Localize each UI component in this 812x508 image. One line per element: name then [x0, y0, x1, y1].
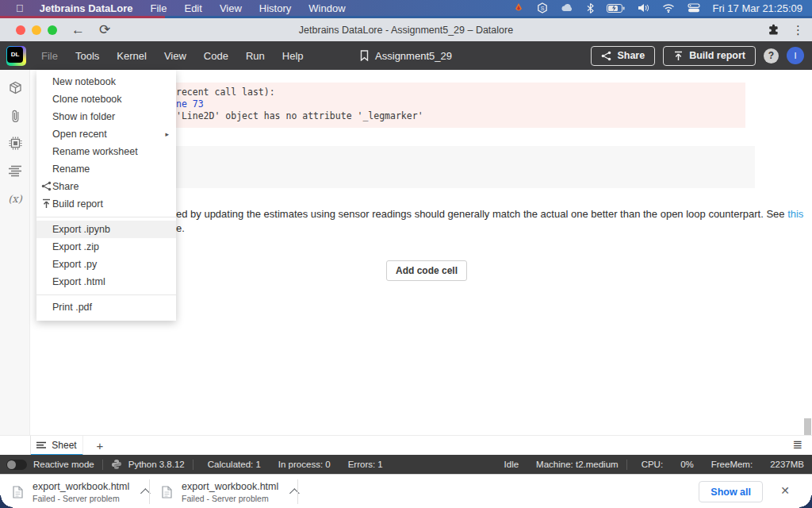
user-avatar[interactable]: I	[787, 47, 804, 64]
app-colored-icon[interactable]	[513, 2, 524, 13]
toolbar-menu-code[interactable]: Code	[204, 50, 228, 62]
datalore-toolbar: DL File Tools Kernel View Code Run Help …	[0, 41, 812, 70]
freemem-label: FreeMem:	[711, 460, 753, 469]
python-version-label[interactable]: Python 3.8.12	[128, 460, 185, 469]
toolbar-menu-view[interactable]: View	[164, 50, 186, 62]
menubar-menu-history[interactable]: History	[259, 2, 291, 14]
notebook-title: Assignment5_29	[375, 50, 452, 62]
menu-item-rename[interactable]: Rename	[36, 160, 176, 178]
menu-item-label: Export .html	[52, 276, 105, 287]
show-all-downloads-button[interactable]: Show all	[699, 481, 763, 502]
menu-item-label: Open recent	[52, 129, 107, 140]
file-icon	[162, 486, 172, 498]
menu-item-export-ipynb[interactable]: Export .ipynb	[36, 221, 176, 238]
reactive-mode-toggle[interactable]	[6, 460, 27, 470]
machine-label[interactable]: Machine: t2.medium	[536, 460, 619, 469]
window-corner-bottom-right	[799, 495, 812, 508]
menubar-menu-view[interactable]: View	[220, 2, 242, 14]
paragraph-link[interactable]: this	[787, 208, 803, 220]
share-button[interactable]: Share	[591, 46, 655, 66]
wifi-icon[interactable]	[662, 3, 675, 13]
build-report-button-label: Build report	[689, 50, 745, 61]
menu-item-label: Share	[52, 181, 79, 192]
toolbar-menu-help[interactable]: Help	[282, 50, 304, 62]
menu-item-rename-worksheet[interactable]: Rename worksheet	[36, 143, 176, 160]
menu-item-label: Export .ipynb	[52, 224, 110, 235]
reactive-mode-label: Reactive mode	[33, 460, 94, 469]
menu-item-label: Export .zip	[52, 241, 99, 252]
packages-icon[interactable]	[0, 81, 30, 94]
menu-item-new-notebook[interactable]: New notebook	[36, 73, 176, 90]
outline-icon[interactable]	[0, 165, 30, 177]
notebook-content: (x) ••• recent call last): ne 73 'Line2D…	[0, 70, 812, 435]
menu-item-label: Clone notebook	[52, 94, 122, 105]
sheet-icon	[36, 441, 46, 449]
menu-item-label: Export .py	[52, 259, 97, 270]
refresh-icon[interactable]: ⟳	[99, 23, 110, 37]
tab-sheet[interactable]: Sheet	[31, 436, 83, 456]
file-icon	[13, 486, 23, 498]
window-corner-bottom-left	[0, 495, 13, 508]
menubar-menu-window[interactable]: Window	[308, 2, 345, 14]
window-zoom-button[interactable]	[48, 25, 57, 35]
variables-icon[interactable]: (x)	[0, 193, 30, 205]
error-line-1: recent call last):	[176, 87, 275, 98]
toolbar-menu-file[interactable]: File	[41, 50, 58, 62]
add-sheet-button[interactable]: +	[90, 436, 109, 456]
browser-titlebar: ← ⟳ Jetbrains DataLore - Assignment5_29 …	[0, 18, 812, 41]
apple-menu-icon[interactable]: 	[16, 2, 24, 14]
battery-icon[interactable]	[607, 4, 625, 13]
back-icon[interactable]: ←	[71, 23, 85, 37]
menubar-clock[interactable]: Fri 17 Mar 21:25:09	[713, 2, 802, 14]
sheet-list-icon[interactable]: ≣	[792, 437, 802, 452]
bookmark-icon	[360, 50, 369, 61]
volume-icon[interactable]	[638, 3, 649, 13]
menu-item-export-html[interactable]: Export .html	[36, 273, 176, 291]
toolbar-menu-tools[interactable]: Tools	[75, 50, 99, 62]
cloud-icon[interactable]	[561, 3, 574, 13]
help-button[interactable]: ?	[764, 48, 779, 64]
menu-item-share[interactable]: Share	[36, 178, 176, 195]
menu-item-export-zip[interactable]: Export .zip	[36, 238, 176, 256]
menubar-menu-edit[interactable]: Edit	[184, 2, 201, 14]
error-line-2[interactable]: ne 73	[176, 98, 204, 110]
downloads-bar: export_workbook.html Failed - Server pro…	[0, 474, 812, 508]
chevron-up-icon[interactable]	[289, 488, 300, 498]
cpu-label: CPU:	[642, 460, 663, 469]
window-minimize-button[interactable]	[32, 25, 41, 35]
bluetooth-icon[interactable]	[587, 3, 594, 13]
hexagon-s-icon[interactable]: S	[537, 2, 548, 13]
datalore-logo[interactable]: DL	[6, 46, 26, 66]
menu-item-show-in-folder[interactable]: Show in folder	[36, 108, 176, 125]
menu-item-label: New notebook	[52, 76, 116, 87]
file-dropdown-menu: New notebook Clone notebook Show in fold…	[36, 70, 176, 321]
menu-divider	[36, 294, 176, 295]
extensions-icon[interactable]	[768, 24, 779, 36]
download-status: Failed - Server problem	[33, 494, 129, 503]
environment-icon[interactable]	[0, 137, 30, 150]
share-icon	[601, 51, 611, 61]
download-item[interactable]: export_workbook.html Failed - Server pro…	[13, 475, 151, 508]
toolbar-menu-kernel[interactable]: Kernel	[117, 50, 147, 62]
toolbar-menu-run[interactable]: Run	[246, 50, 265, 62]
build-report-button[interactable]: Build report	[663, 46, 756, 66]
attachments-icon[interactable]	[0, 109, 30, 123]
menubar-app-name[interactable]: Jetbrains DataLore	[40, 2, 133, 14]
menu-item-open-recent[interactable]: Open recent▸	[36, 125, 176, 143]
close-downloads-icon[interactable]: ✕	[780, 484, 790, 497]
browser-menu-dots-icon[interactable]: ⋮	[792, 23, 804, 37]
tab-sheet-label: Sheet	[52, 440, 76, 451]
browser-title: Jetbrains DataLore - Assignment5_29 – Da…	[0, 25, 812, 36]
add-code-cell-button[interactable]: Add code cell	[386, 260, 467, 281]
errors-count: Errors: 1	[348, 460, 383, 469]
menubar-menu-file[interactable]: File	[151, 2, 167, 14]
menu-item-print-pdf[interactable]: Print .pdf	[36, 298, 176, 316]
build-report-icon	[41, 198, 52, 209]
menu-item-clone-notebook[interactable]: Clone notebook	[36, 90, 176, 108]
window-close-button[interactable]	[16, 25, 25, 35]
error-traceback-text: recent call last): ne 73 'Line2D' object…	[176, 87, 423, 122]
menu-item-export-py[interactable]: Export .py	[36, 256, 176, 273]
menu-item-build-report[interactable]: Build report	[36, 195, 176, 213]
download-item[interactable]: export_workbook.html Failed - Server pro…	[162, 475, 300, 508]
display-icon[interactable]	[688, 3, 700, 13]
